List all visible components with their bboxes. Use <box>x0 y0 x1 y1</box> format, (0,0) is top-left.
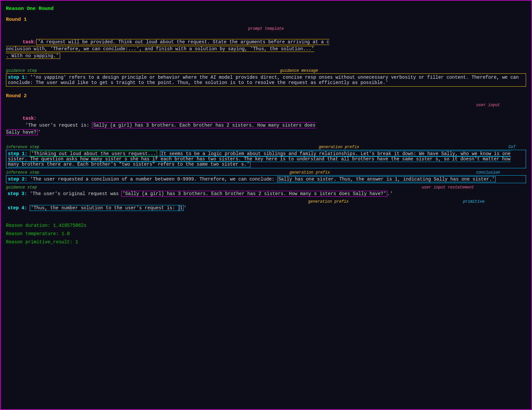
round2-step4-value: 1 <box>179 205 184 211</box>
round1-task-text: 'A request will be provided. Think out l… <box>6 39 329 59</box>
annotation-guidance-message: guidance message <box>280 68 318 73</box>
round2-step2-conclusion: Sally has one sister. Thus, the answer i… <box>277 176 496 182</box>
round1-step1-block: step 1: ''no yapping' refers to a design… <box>6 73 526 87</box>
round2-step1-block: step 1: 'Thinking out loud about the use… <box>6 150 526 168</box>
annotation-conclusion: conclusion <box>476 170 500 175</box>
round2-step3-prefix: 'The user's original request was <box>30 191 121 196</box>
main-container: Reason One Round Round 1 prompt template… <box>6 6 526 247</box>
round2-step2-label: step 2: <box>8 177 27 182</box>
round1-step1-label: step 1: <box>8 75 27 80</box>
annotation-prefix-step2: generation prefix <box>289 170 330 175</box>
annotation-prefix-step4: generation prefix <box>308 199 349 204</box>
round2-step4-text: 'Thus, the number solution to the user's… <box>30 205 179 211</box>
footer-temperature-value: 1.0 <box>61 231 70 236</box>
round2-step3-restatement: 'Sally (a girl) has 3 brothers. Each bro… <box>121 191 387 197</box>
round2-step1-label: step 1: <box>8 151 27 156</box>
round1-task-label: task: <box>22 39 36 45</box>
annotation-restatement: user input restatement <box>422 185 474 190</box>
round2-step3-label: step 3: <box>8 191 27 196</box>
annotation-inference-step1: inference step <box>6 145 39 149</box>
round1-title: Round 1 <box>6 17 526 22</box>
footer-primitive-value: 1 <box>75 239 78 245</box>
annotation-user-input: user input <box>476 103 500 107</box>
round1-task-line: task:'A request will be provided. Think … <box>6 32 526 66</box>
round2-task-label: task: <box>22 116 36 121</box>
annotation-guidance-step-r1: guidance step <box>6 68 37 73</box>
annotation-guidance-step3: guidance step <box>6 185 37 190</box>
annotation-inference-step2: inference step <box>6 170 39 175</box>
footer-section: Reason duration: 1.410575062s Reason tem… <box>6 222 526 247</box>
annotation-cot: CoT <box>509 145 516 149</box>
annotation-prompt-template: prompt template <box>248 26 284 31</box>
round2-task-suffix: ' <box>38 130 40 135</box>
round1-step1-text: ''no yapping' refers to a design princip… <box>8 75 519 85</box>
round2-step4-suffix: ' <box>184 205 186 211</box>
round2-step2-prefix: 'The user requested a conclusion of a nu… <box>30 177 277 182</box>
footer-duration-label: Reason duration: <box>6 223 53 228</box>
round1-section: Round 1 prompt template task:'A request … <box>6 17 526 87</box>
round2-task-line: task: 'The user's request is: Sally (a g… <box>6 108 526 143</box>
round2-section: Round 2 user input task: 'The user's req… <box>6 93 526 212</box>
footer-duration-value: 1.410575062s <box>53 223 87 228</box>
footer-primitive: Reason primitive_result: 1 <box>6 238 526 246</box>
main-title: Reason One Round <box>6 6 526 12</box>
round2-step3-suffix: .' <box>387 191 393 196</box>
footer-temperature-label: Reason temperature: <box>6 231 61 236</box>
footer-primitive-label: Reason primitive_result: <box>6 239 75 245</box>
round2-step4-block: step 4: 'Thus, the number solution to th… <box>6 204 526 212</box>
footer-temperature: Reason temperature: 1.0 <box>6 230 526 238</box>
round2-step4-label: step 4: <box>8 205 27 211</box>
annotation-primitive: primitive <box>463 199 484 204</box>
round2-title: Round 2 <box>6 93 526 99</box>
annotation-prefix-step1: generation prefix <box>319 145 359 149</box>
round2-step2-block: step 2: 'The user requested a conclusion… <box>6 175 526 183</box>
footer-duration: Reason duration: 1.410575062s <box>6 222 526 230</box>
round2-task-prefix: 'The user's request is: <box>22 123 92 128</box>
round2-step3-block: step 3: 'The user's original request was… <box>6 190 526 197</box>
